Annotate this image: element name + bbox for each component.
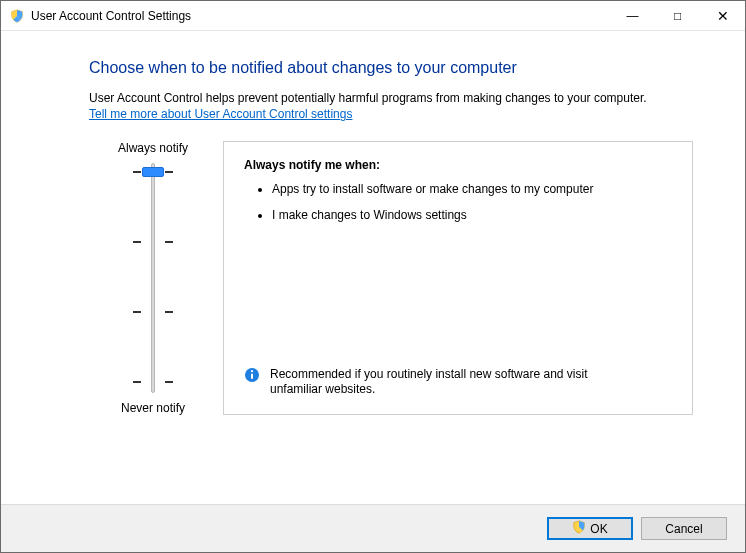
cancel-button[interactable]: Cancel [641, 517, 727, 540]
bullet-item: I make changes to Windows settings [272, 208, 672, 224]
slider-tick [133, 381, 141, 383]
panel-bullets: Apps try to install software or make cha… [244, 182, 672, 223]
recommendation-text: Recommended if you routinely install new… [270, 367, 672, 398]
slider-tick [133, 171, 141, 173]
window-controls: — □ ✕ [610, 1, 745, 30]
uac-shield-icon [572, 520, 586, 537]
page-description: User Account Control helps prevent poten… [89, 91, 697, 105]
ok-button[interactable]: OK [547, 517, 633, 540]
slider-thumb[interactable] [142, 167, 164, 177]
slider-column: Always notify Never notify [89, 141, 217, 415]
slider-track [151, 163, 155, 393]
panel-title: Always notify me when: [244, 158, 672, 172]
svg-point-2 [251, 370, 253, 372]
ok-label: OK [590, 522, 607, 536]
recommendation-row: Recommended if you routinely install new… [244, 367, 672, 398]
help-link[interactable]: Tell me more about User Account Control … [89, 107, 352, 121]
info-icon [244, 367, 260, 383]
maximize-button[interactable]: □ [655, 1, 700, 30]
cancel-label: Cancel [665, 522, 702, 536]
svg-rect-1 [251, 373, 253, 379]
slider-tick [165, 311, 173, 313]
bullet-item: Apps try to install software or make cha… [272, 182, 672, 198]
slider-bottom-label: Never notify [121, 401, 185, 415]
uac-shield-icon [9, 8, 25, 24]
slider-top-label: Always notify [118, 141, 188, 155]
footer: OK Cancel [1, 504, 745, 552]
window-title: User Account Control Settings [31, 9, 610, 23]
slider-tick [165, 381, 173, 383]
uac-settings-window: User Account Control Settings — □ ✕ Choo… [0, 0, 746, 553]
slider-tick [133, 241, 141, 243]
close-button[interactable]: ✕ [700, 1, 745, 30]
slider-tick [165, 241, 173, 243]
content-area: Choose when to be notified about changes… [1, 31, 745, 504]
notification-panel: Always notify me when: Apps try to insta… [223, 141, 693, 415]
titlebar: User Account Control Settings — □ ✕ [1, 1, 745, 31]
body-row: Always notify Never notify [89, 141, 697, 415]
slider-tick [165, 171, 173, 173]
page-heading: Choose when to be notified about changes… [89, 59, 697, 77]
slider-tick [133, 311, 141, 313]
notification-slider[interactable] [125, 163, 181, 393]
minimize-button[interactable]: — [610, 1, 655, 30]
